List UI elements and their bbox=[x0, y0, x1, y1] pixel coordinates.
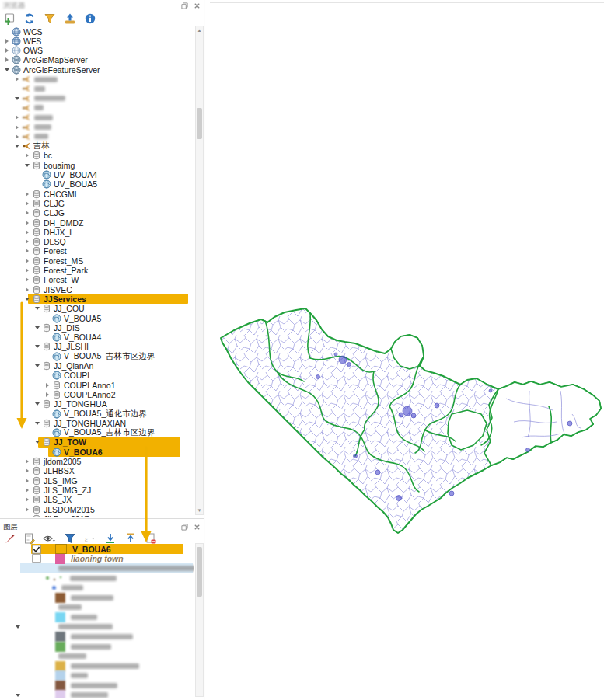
expander-open-icon[interactable] bbox=[14, 623, 21, 630]
expander-closed-icon[interactable] bbox=[23, 286, 30, 293]
layer-item-redacted[interactable] bbox=[14, 602, 82, 612]
tree-item-cljg[interactable]: CLJG bbox=[23, 208, 65, 218]
expander-open-icon[interactable] bbox=[33, 324, 40, 331]
browser-tree-scrollbar[interactable]: ▲ ▼ bbox=[195, 26, 204, 515]
layer-item-redacted[interactable] bbox=[14, 651, 86, 661]
expander-open-icon[interactable] bbox=[33, 439, 40, 446]
expander-closed-icon[interactable] bbox=[23, 486, 30, 493]
scrollbar-thumb[interactable] bbox=[197, 547, 202, 597]
expander-closed-icon[interactable] bbox=[3, 37, 10, 44]
expander-closed-icon[interactable] bbox=[23, 248, 30, 255]
tree-item-jj-tow[interactable]: JJ_TOW bbox=[33, 437, 86, 448]
layer-item-redacted[interactable] bbox=[14, 661, 139, 671]
layer-item-redacted[interactable] bbox=[14, 690, 108, 698]
layer-item-v-boua6[interactable]: V_BOUA6 bbox=[14, 544, 111, 554]
properties-icon[interactable] bbox=[83, 12, 96, 26]
tree-item-jj-dis[interactable]: JJ_DIS bbox=[33, 322, 80, 333]
expander-closed-icon[interactable] bbox=[23, 219, 30, 226]
scroll-up-icon[interactable]: ▲ bbox=[196, 26, 203, 34]
expander-closed-icon[interactable] bbox=[44, 391, 51, 398]
tree-item-forest-ms[interactable]: Forest_MS bbox=[23, 256, 83, 266]
expander-closed-icon[interactable] bbox=[23, 200, 30, 207]
tree-item--[interactable]: 吉林 bbox=[13, 141, 50, 151]
layer-item-redacted[interactable] bbox=[14, 573, 117, 583]
expander-closed-icon[interactable] bbox=[3, 57, 10, 64]
tree-item-forest[interactable]: Forest bbox=[23, 246, 67, 256]
expander-closed-icon[interactable] bbox=[23, 152, 30, 159]
expander-closed-icon[interactable] bbox=[23, 210, 30, 217]
panel-close-icon[interactable] bbox=[193, 523, 201, 531]
expander-closed-icon[interactable] bbox=[13, 133, 20, 140]
tree-item-jlkdom2017[interactable]: JlkDom2017 bbox=[23, 514, 89, 517]
expander-closed-icon[interactable] bbox=[23, 228, 30, 235]
expander-open-icon[interactable] bbox=[13, 95, 20, 102]
tree-item-v-boua5-[interactable]: V_BOUA5_通化市边界 bbox=[44, 409, 147, 419]
tree-item-redacted[interactable] bbox=[13, 103, 44, 113]
expander-closed-icon[interactable] bbox=[23, 277, 30, 284]
tree-item-jisvec[interactable]: JISVEC bbox=[23, 284, 72, 294]
tree-item-forest-park[interactable]: Forest_Park bbox=[23, 266, 88, 276]
expander-closed-icon[interactable] bbox=[23, 257, 30, 264]
refresh-icon[interactable] bbox=[23, 12, 36, 26]
tree-item-bouaimg[interactable]: bouaimg bbox=[23, 160, 75, 170]
tree-item-redacted[interactable] bbox=[13, 93, 65, 103]
tree-item-wfs[interactable]: WFS bbox=[3, 36, 41, 46]
tree-item-arcgismapserver[interactable]: ArcGisMapServer bbox=[3, 55, 88, 65]
expander-open-icon[interactable] bbox=[33, 401, 40, 408]
tree-item-v-boua5-[interactable]: V_BOUA5_吉林市区边界 bbox=[44, 351, 155, 361]
expander-closed-icon[interactable] bbox=[23, 458, 30, 465]
expander-open-icon[interactable] bbox=[33, 420, 40, 427]
tree-item-redacted[interactable] bbox=[13, 113, 53, 123]
expander-closed-icon[interactable] bbox=[13, 76, 20, 83]
tree-item-forest-w[interactable]: Forest_W bbox=[23, 275, 79, 285]
layer-item-redacted[interactable] bbox=[14, 622, 113, 632]
tree-item-v-boua5[interactable]: V_BOUA5 bbox=[44, 313, 101, 323]
tree-item-jlhbsx[interactable]: JLHBSX bbox=[23, 466, 75, 476]
expander-closed-icon[interactable] bbox=[44, 381, 51, 388]
expander-open-icon[interactable] bbox=[33, 305, 40, 312]
tree-item-jls-img-zj[interactable]: JLS_IMG_ZJ bbox=[23, 485, 91, 495]
layer-item-redacted[interactable] bbox=[14, 612, 97, 622]
tree-item-wcs[interactable]: WCS bbox=[3, 26, 43, 37]
tree-item-jls-jx[interactable]: JLS_JX bbox=[23, 495, 72, 505]
tree-item-dhjx-l[interactable]: DHJX_L bbox=[23, 227, 74, 237]
layers-scrollbar[interactable] bbox=[195, 543, 204, 697]
tree-item-jjservices[interactable]: JJServices bbox=[23, 294, 86, 304]
scroll-down-icon[interactable]: ▼ bbox=[196, 507, 203, 514]
tree-item-v-boua4[interactable]: V_BOUA4 bbox=[44, 333, 101, 343]
expander-closed-icon[interactable] bbox=[13, 114, 20, 121]
expander-closed-icon[interactable] bbox=[23, 239, 30, 246]
favorites-icon[interactable] bbox=[63, 12, 76, 26]
tree-item-couplanno1[interactable]: COUPLAnno1 bbox=[44, 380, 116, 390]
expander-closed-icon[interactable] bbox=[23, 477, 30, 484]
expander-open-icon[interactable] bbox=[3, 66, 10, 73]
expander-closed-icon[interactable] bbox=[3, 47, 10, 54]
expander-open-icon[interactable] bbox=[13, 143, 20, 150]
panel-float-icon[interactable] bbox=[180, 523, 188, 531]
expander-open-icon[interactable] bbox=[33, 343, 40, 350]
tree-item-coupl[interactable]: COUPL bbox=[44, 371, 92, 381]
layer-item-redacted[interactable] bbox=[14, 563, 194, 573]
layer-item-liaoning-town[interactable]: liaoning town bbox=[14, 554, 124, 564]
tree-item-dlsq[interactable]: DLSQ bbox=[23, 237, 66, 247]
panel-float-icon[interactable] bbox=[180, 2, 188, 9]
tree-item-redacted[interactable] bbox=[13, 75, 58, 85]
tree-item-cljg[interactable]: CLJG bbox=[23, 198, 65, 208]
expander-closed-icon[interactable] bbox=[13, 124, 20, 131]
tree-item-ows[interactable]: OWS bbox=[3, 46, 43, 56]
tree-item-v-boua6[interactable]: V_BOUA6 bbox=[44, 447, 103, 457]
map-canvas[interactable] bbox=[205, 0, 604, 700]
expander-closed-icon[interactable] bbox=[23, 496, 30, 503]
tree-item-redacted[interactable] bbox=[13, 84, 45, 94]
tree-item-jldom2005[interactable]: jldom2005 bbox=[23, 457, 81, 467]
tree-item-uv-boua5[interactable]: UV_BOUA5 bbox=[33, 179, 97, 190]
tree-item-v-boua5-[interactable]: V_BOUA5_吉林市区边界 bbox=[44, 428, 155, 438]
tree-item-couplanno2[interactable]: COUPLAnno2 bbox=[44, 389, 116, 399]
scrollbar-thumb[interactable] bbox=[197, 108, 202, 139]
checkbox-checked[interactable] bbox=[32, 545, 41, 554]
expander-closed-icon[interactable] bbox=[23, 190, 30, 197]
tree-item-jj-cou[interactable]: JJ_COU bbox=[33, 304, 85, 314]
tree-item-bc[interactable]: bc bbox=[23, 151, 52, 161]
expander-open-icon[interactable] bbox=[33, 363, 40, 370]
tree-item-uv-boua4[interactable]: UV_BOUA4 bbox=[33, 170, 97, 180]
